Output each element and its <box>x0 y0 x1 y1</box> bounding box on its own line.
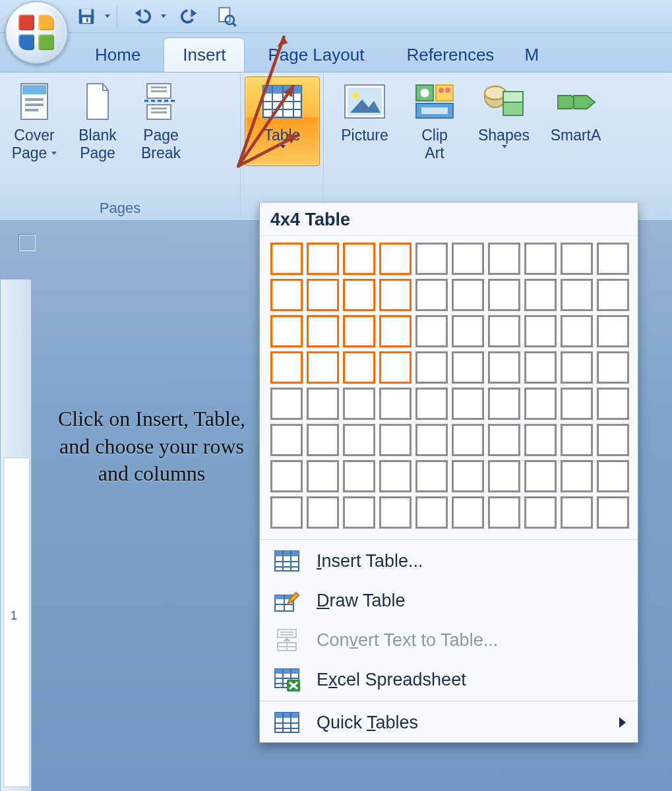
grid-cell[interactable] <box>415 279 448 311</box>
grid-cell[interactable] <box>488 460 520 492</box>
grid-cell[interactable] <box>379 424 412 456</box>
tab-page-layout[interactable]: Page Layout <box>249 38 383 72</box>
grid-cell[interactable] <box>561 460 593 492</box>
qat-undo-button[interactable] <box>129 3 156 30</box>
tab-insert[interactable]: Insert <box>164 38 245 72</box>
grid-cell[interactable] <box>307 388 339 420</box>
grid-cell[interactable] <box>307 496 339 529</box>
grid-cell[interactable] <box>488 243 520 275</box>
grid-cell[interactable] <box>415 315 448 347</box>
grid-cell[interactable] <box>597 496 629 529</box>
grid-cell[interactable] <box>343 315 375 347</box>
grid-cell[interactable] <box>379 351 412 384</box>
grid-cell[interactable] <box>452 351 484 384</box>
grid-cell[interactable] <box>379 388 412 420</box>
picture-button[interactable]: Picture <box>328 76 402 166</box>
grid-cell[interactable] <box>597 351 629 384</box>
grid-cell[interactable] <box>307 351 339 384</box>
grid-cell[interactable] <box>343 460 375 492</box>
grid-cell[interactable] <box>524 351 557 384</box>
grid-cell[interactable] <box>379 460 412 492</box>
tab-home[interactable]: Home <box>76 38 160 72</box>
shapes-button[interactable]: Shapes <box>468 76 540 166</box>
grid-cell[interactable] <box>379 279 412 311</box>
grid-cell[interactable] <box>524 424 557 456</box>
grid-cell[interactable] <box>524 279 557 311</box>
grid-cell[interactable] <box>379 496 412 529</box>
grid-cell[interactable] <box>343 388 375 420</box>
grid-cell[interactable] <box>379 315 412 347</box>
tab-more[interactable]: M <box>517 38 546 72</box>
smartart-button[interactable]: SmartA <box>543 76 609 166</box>
grid-cell[interactable] <box>488 388 520 420</box>
grid-cell[interactable] <box>524 496 557 529</box>
grid-cell[interactable] <box>307 279 339 311</box>
grid-cell[interactable] <box>343 243 375 275</box>
office-button[interactable] <box>5 1 68 64</box>
blank-page-button[interactable]: Blank Page <box>67 76 128 166</box>
grid-cell[interactable] <box>270 424 303 456</box>
grid-cell[interactable] <box>488 279 520 311</box>
grid-cell[interactable] <box>379 243 412 275</box>
grid-cell[interactable] <box>452 496 484 529</box>
grid-cell[interactable] <box>270 460 303 492</box>
menu-draw-table[interactable]: DDraw Tableraw Table <box>260 581 638 620</box>
qat-undo-caret-icon[interactable] <box>161 15 166 18</box>
table-size-grid[interactable] <box>260 236 638 538</box>
qat-customize-caret-icon[interactable] <box>105 15 110 18</box>
grid-cell[interactable] <box>597 315 629 347</box>
grid-cell[interactable] <box>524 388 557 420</box>
grid-cell[interactable] <box>270 243 303 275</box>
page-break-button[interactable]: Page Break <box>131 76 191 166</box>
grid-cell[interactable] <box>270 388 303 420</box>
grid-cell[interactable] <box>307 424 339 456</box>
grid-cell[interactable] <box>415 388 448 420</box>
grid-cell[interactable] <box>343 424 375 456</box>
grid-cell[interactable] <box>415 460 448 492</box>
qat-redo-button[interactable] <box>175 3 203 30</box>
grid-cell[interactable] <box>270 315 303 347</box>
grid-cell[interactable] <box>307 243 339 275</box>
clip-art-button[interactable]: Clip Art <box>404 76 465 166</box>
grid-cell[interactable] <box>452 243 484 275</box>
grid-cell[interactable] <box>524 460 557 492</box>
grid-cell[interactable] <box>452 279 484 311</box>
grid-cell[interactable] <box>524 243 557 275</box>
grid-cell[interactable] <box>488 424 520 456</box>
menu-excel-spreadsheet[interactable]: ExExcel Spreadsheetcel Spreadsheet <box>260 660 638 699</box>
grid-cell[interactable] <box>561 315 593 347</box>
grid-cell[interactable] <box>415 424 448 456</box>
grid-cell[interactable] <box>452 388 484 420</box>
grid-cell[interactable] <box>561 351 593 384</box>
grid-cell[interactable] <box>561 388 593 420</box>
grid-cell[interactable] <box>597 243 629 275</box>
grid-cell[interactable] <box>270 496 303 529</box>
grid-cell[interactable] <box>452 315 484 347</box>
grid-cell[interactable] <box>561 496 593 529</box>
grid-cell[interactable] <box>307 460 339 492</box>
qat-print-preview-button[interactable] <box>212 3 240 30</box>
grid-cell[interactable] <box>561 424 593 456</box>
grid-cell[interactable] <box>561 243 593 275</box>
grid-cell[interactable] <box>524 315 557 347</box>
menu-insert-table[interactable]: IInsert Table...nsert Table... <box>260 541 638 581</box>
menu-quick-tables[interactable]: Quick TQuick Tablesables <box>260 703 638 742</box>
grid-cell[interactable] <box>270 351 303 384</box>
grid-cell[interactable] <box>270 279 303 311</box>
grid-cell[interactable] <box>597 424 629 456</box>
grid-cell[interactable] <box>561 279 593 311</box>
grid-cell[interactable] <box>343 279 375 311</box>
grid-cell[interactable] <box>307 315 339 347</box>
grid-cell[interactable] <box>343 496 375 529</box>
grid-cell[interactable] <box>597 388 629 420</box>
tab-references[interactable]: References <box>387 38 513 72</box>
grid-cell[interactable] <box>452 424 484 456</box>
vertical-ruler[interactable]: 1 <box>0 279 32 791</box>
grid-cell[interactable] <box>597 279 629 311</box>
grid-cell[interactable] <box>488 496 520 529</box>
grid-cell[interactable] <box>415 351 448 384</box>
grid-cell[interactable] <box>343 351 375 384</box>
grid-cell[interactable] <box>452 460 484 492</box>
grid-cell[interactable] <box>488 315 520 347</box>
grid-cell[interactable] <box>415 496 448 529</box>
